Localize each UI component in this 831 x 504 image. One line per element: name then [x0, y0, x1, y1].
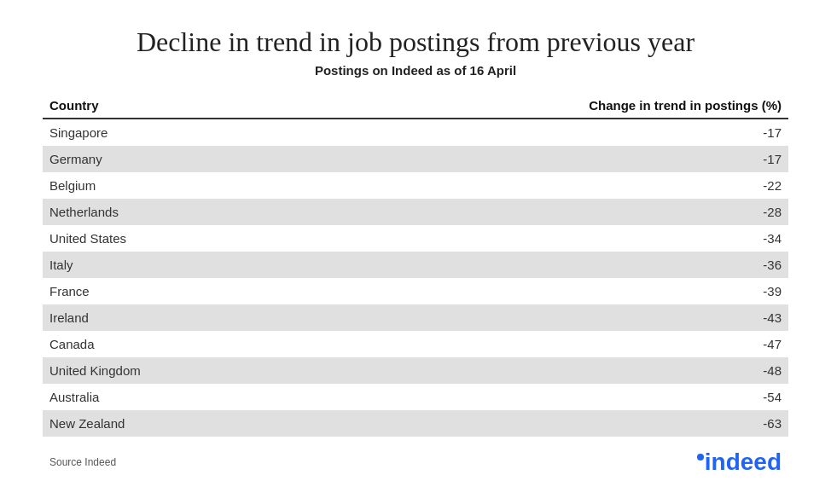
table-row: Italy-36	[43, 252, 788, 278]
logo-text: indeed	[705, 449, 782, 476]
indeed-logo: indeed	[697, 449, 782, 476]
row-country: Singapore	[49, 125, 108, 140]
row-value: -17	[763, 152, 782, 166]
header-country: Country	[49, 98, 99, 113]
row-country: Germany	[49, 152, 102, 166]
row-value: -63	[763, 416, 782, 431]
row-country: United States	[49, 231, 126, 246]
table-row: Australia-54	[43, 384, 788, 410]
table-row: Canada-47	[43, 331, 788, 357]
table-row: New Zealand-63	[43, 410, 788, 437]
table-header: Country Change in trend in postings (%)	[43, 93, 788, 119]
row-value: -28	[763, 205, 782, 219]
table-row: Netherlands-28	[43, 199, 788, 225]
table-body: Singapore-17Germany-17Belgium-22Netherla…	[43, 119, 788, 437]
table-row: Belgium-22	[43, 172, 788, 199]
row-value: -22	[763, 178, 782, 193]
row-value: -34	[763, 231, 782, 246]
row-country: New Zealand	[49, 416, 125, 431]
footer: Source Indeed indeed	[43, 449, 788, 476]
source-text: Source Indeed	[49, 456, 116, 468]
page-subtitle: Postings on Indeed as of 16 April	[315, 63, 516, 78]
page-title: Decline in trend in job postings from pr…	[137, 26, 694, 58]
row-value: -39	[763, 284, 782, 298]
table-row: Ireland-43	[43, 304, 788, 331]
row-value: -36	[763, 258, 782, 272]
row-value: -47	[763, 337, 782, 351]
row-value: -43	[763, 310, 782, 325]
row-country: Australia	[49, 390, 99, 404]
table-row: United Kingdom-48	[43, 357, 788, 384]
row-value: -48	[763, 363, 782, 378]
row-country: Ireland	[49, 310, 89, 325]
row-value: -54	[763, 390, 782, 404]
row-country: Belgium	[49, 178, 96, 193]
table-row: United States-34	[43, 225, 788, 252]
table-row: Singapore-17	[43, 119, 788, 146]
table-row: Germany-17	[43, 146, 788, 172]
row-value: -17	[763, 125, 782, 140]
row-country: Italy	[49, 258, 73, 272]
table-row: France-39	[43, 278, 788, 304]
row-country: Netherlands	[49, 205, 119, 219]
logo-dot	[697, 454, 704, 461]
header-change: Change in trend in postings (%)	[589, 98, 782, 113]
data-table: Country Change in trend in postings (%) …	[43, 93, 788, 437]
row-country: Canada	[49, 337, 95, 351]
row-country: France	[49, 284, 90, 298]
row-country: United Kingdom	[49, 363, 141, 378]
